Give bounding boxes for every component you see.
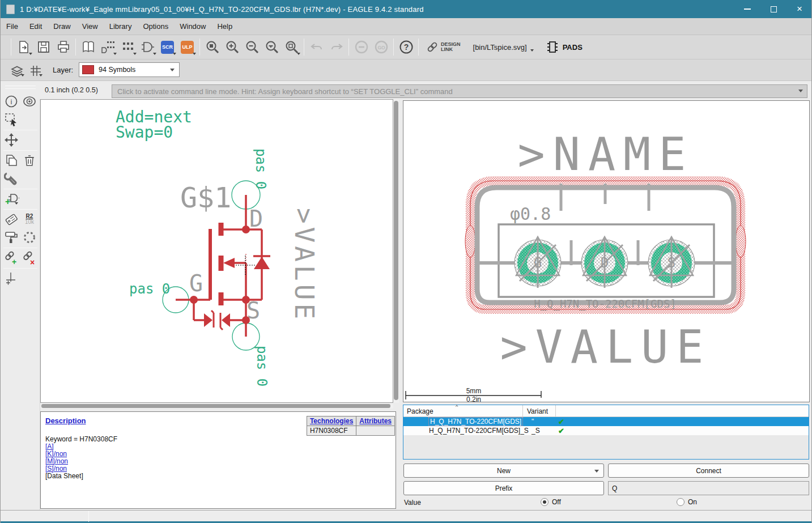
maximize-button[interactable] bbox=[760, 0, 787, 18]
column-variant[interactable]: Variant bbox=[527, 407, 548, 415]
help-button[interactable]: ? bbox=[396, 37, 416, 57]
name-tool-button[interactable] bbox=[3, 211, 19, 227]
table-header[interactable]: ^ Package Variant bbox=[403, 405, 809, 417]
library-button[interactable] bbox=[78, 37, 98, 57]
go-button[interactable]: GO bbox=[371, 37, 391, 57]
svg-text:G: G bbox=[534, 255, 542, 271]
change-tool-button[interactable] bbox=[3, 171, 19, 186]
package-editor-button[interactable] bbox=[118, 37, 138, 57]
description-link-s[interactable]: [S]/non bbox=[45, 465, 67, 472]
package-variant-table: ^ Package Variant H_Q_H7N_TO-220CFM[GDS]… bbox=[403, 405, 809, 460]
minimize-button[interactable] bbox=[734, 0, 760, 18]
menubar: File Edit Draw View Library Options Wind… bbox=[1, 18, 812, 35]
show-tool-button[interactable] bbox=[22, 93, 37, 109]
link-remove-tool-button[interactable]: × bbox=[22, 250, 37, 265]
close-button[interactable]: × bbox=[787, 0, 812, 18]
chevron-down-icon[interactable] bbox=[798, 90, 803, 92]
approved-check-icon: ✔ bbox=[558, 427, 564, 435]
layer-label: Layer: bbox=[53, 66, 73, 74]
zoom-out-button[interactable] bbox=[242, 37, 262, 57]
description-link[interactable]: Description bbox=[45, 416, 86, 425]
design-link-button[interactable]: DESIGNLINK bbox=[427, 41, 461, 53]
menu-view[interactable]: View bbox=[76, 19, 104, 33]
ulp-button[interactable]: ULP bbox=[177, 37, 197, 57]
description-link-m[interactable]: [M]/non bbox=[45, 458, 68, 465]
connect-button[interactable]: Connect bbox=[608, 464, 809, 478]
menu-help[interactable]: Help bbox=[211, 19, 238, 33]
symbol-canvas[interactable]: Add=next Swap=0 G$1 D G S >VALUE pas 0 p… bbox=[40, 99, 393, 403]
scr-badge: SCR bbox=[161, 41, 174, 54]
new-package-button[interactable]: New bbox=[403, 464, 604, 478]
ltspice-dropdown[interactable]: [bin/LTspice.svg] bbox=[473, 43, 534, 52]
svg-text:+: + bbox=[5, 197, 10, 206]
move-tool-button[interactable] bbox=[3, 132, 19, 147]
script-button[interactable]: SCR bbox=[158, 37, 177, 57]
menu-draw[interactable]: Draw bbox=[48, 19, 76, 33]
link-add-tool-button[interactable]: + bbox=[3, 250, 19, 265]
value-on-radio[interactable] bbox=[677, 498, 685, 506]
pads-export-button[interactable]: PADS bbox=[546, 40, 583, 54]
pin-gate-label: G bbox=[189, 270, 203, 296]
pad-gate: G bbox=[515, 237, 561, 288]
cursor-coordinates: 0.1 inch (0.2 0.5) bbox=[45, 86, 98, 94]
datasheet-text: [Data Sheet] bbox=[45, 473, 117, 480]
technology-value[interactable]: H7N0308CF bbox=[307, 426, 356, 436]
group-select-tool-button[interactable] bbox=[3, 112, 19, 127]
menu-window[interactable]: Window bbox=[174, 19, 211, 33]
zoom-redraw-button[interactable] bbox=[282, 37, 301, 57]
svg-text:?: ? bbox=[403, 42, 409, 52]
prefix-button[interactable]: Prefix bbox=[403, 481, 604, 495]
pin-drain-label: D bbox=[249, 206, 263, 232]
undo-button[interactable] bbox=[307, 37, 326, 57]
save-button[interactable] bbox=[33, 37, 53, 57]
mark-tool-button[interactable] bbox=[3, 270, 19, 286]
column-package[interactable]: Package bbox=[407, 407, 433, 415]
technologies-table: Technologies Attributes H7N0308CF bbox=[307, 416, 395, 436]
attributes-value[interactable] bbox=[356, 426, 395, 436]
vertical-scrollbar[interactable] bbox=[393, 100, 399, 403]
value-tool-button[interactable]: R210k bbox=[22, 211, 37, 227]
prefix-value-field[interactable]: Q bbox=[608, 481, 809, 495]
delete-tool-button[interactable] bbox=[22, 152, 37, 168]
copy-tool-button[interactable] bbox=[3, 152, 19, 168]
attributes-header-link[interactable]: Attributes bbox=[356, 416, 395, 426]
package-canvas[interactable]: >NAME φ0.8 bbox=[403, 100, 810, 402]
zoom-select-button[interactable] bbox=[262, 37, 282, 57]
pinswap-tool-button[interactable] bbox=[22, 229, 37, 245]
menu-edit[interactable]: Edit bbox=[24, 19, 48, 33]
command-line-input[interactable] bbox=[112, 84, 807, 98]
add-gate-tool-button[interactable]: + bbox=[3, 191, 19, 206]
symbol-editor-button[interactable] bbox=[138, 37, 158, 57]
value-off-label[interactable]: Off bbox=[552, 498, 561, 506]
grid-button[interactable] bbox=[28, 63, 44, 78]
layer-combobox[interactable]: 94 Symbols bbox=[79, 62, 180, 77]
stop-button[interactable] bbox=[351, 37, 371, 57]
horizontal-scrollbar[interactable] bbox=[40, 403, 393, 409]
scrollbar-thumb[interactable] bbox=[41, 404, 390, 408]
swap-hint-text: Swap=0 bbox=[116, 123, 173, 142]
layer-settings-button[interactable] bbox=[10, 63, 25, 78]
technologies-header-link[interactable]: Technologies bbox=[307, 416, 356, 426]
value-off-radio[interactable] bbox=[541, 498, 549, 506]
zoom-fit-button[interactable] bbox=[202, 37, 222, 57]
zoom-in-button[interactable] bbox=[222, 37, 242, 57]
redo-button[interactable] bbox=[326, 37, 346, 57]
description-link-k[interactable]: [K]/non bbox=[45, 450, 67, 457]
paint-tool-button[interactable] bbox=[3, 229, 19, 245]
menu-file[interactable]: File bbox=[1, 19, 24, 33]
print-button[interactable] bbox=[53, 37, 73, 57]
table-row[interactable]: H_Q_H7N_TO-220CFM[GDS] " ✔ bbox=[403, 417, 809, 426]
device-editor-button[interactable] bbox=[98, 37, 118, 57]
value-on-label[interactable]: On bbox=[688, 498, 697, 506]
info-tool-button[interactable]: i bbox=[3, 93, 19, 109]
menu-options[interactable]: Options bbox=[137, 19, 174, 33]
eagle-window: 1 D:¥DATE¥E-work¥_Eagle mmLibrary05_01_0… bbox=[0, 0, 812, 523]
svg-text:0.2in: 0.2in bbox=[466, 396, 481, 402]
table-row[interactable]: H_Q_H7N_TO-220CFM[GDS]_S _S ✔ bbox=[403, 426, 809, 435]
menu-library[interactable]: Library bbox=[104, 19, 138, 33]
svg-text:+: + bbox=[12, 257, 16, 266]
svg-text:GO: GO bbox=[377, 45, 385, 50]
scrollbar-thumb[interactable] bbox=[394, 101, 398, 400]
description-link-a[interactable]: [A] bbox=[45, 443, 54, 450]
open-file-button[interactable] bbox=[14, 37, 33, 57]
